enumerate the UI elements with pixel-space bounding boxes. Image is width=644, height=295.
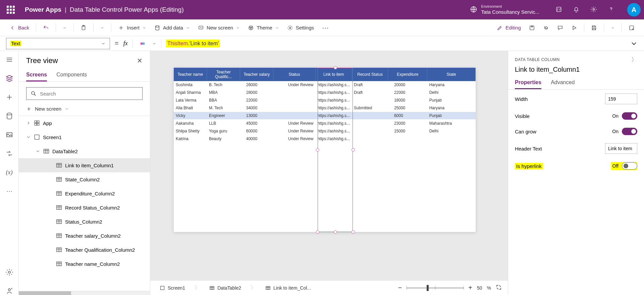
table-cell[interactable] [273, 104, 316, 112]
table-cell[interactable]: Yoga guru [207, 127, 240, 135]
zoom-out-icon[interactable]: − [398, 284, 402, 292]
play-button[interactable] [569, 23, 580, 32]
table-cell[interactable]: 45000 [240, 120, 273, 127]
tree-node-column[interactable]: Teacher Qualification_Column2 [19, 243, 150, 257]
table-cell[interactable] [273, 97, 316, 104]
table-cell[interactable]: Sushmita [174, 81, 207, 89]
variables-rail-icon[interactable]: (x) [5, 168, 13, 176]
gear-icon[interactable] [590, 6, 597, 14]
new-screen-button[interactable]: New screen [19, 104, 150, 116]
add-data-button[interactable]: Add data [152, 23, 193, 32]
theme-button[interactable]: Theme [245, 23, 282, 32]
table-cell[interactable]: 40000 [240, 135, 273, 143]
breadcrumb-column[interactable]: Link to item_Col... [262, 284, 314, 292]
table-row[interactable]: KatrinaBeauty40000Under Reviewhttps://as… [174, 135, 476, 143]
undo-button[interactable] [40, 23, 52, 32]
table-cell[interactable]: https://ashishg.s... [315, 89, 352, 97]
more-button[interactable]: ⋯ [319, 22, 331, 33]
grow-toggle[interactable] [622, 128, 637, 135]
tree-node-app[interactable]: App [19, 116, 150, 130]
table-cell[interactable]: 22000 [240, 97, 273, 104]
paste-menu[interactable] [98, 24, 107, 31]
table-row[interactable]: Shilpa ShettyYoga guru60000Under Reviewh… [174, 127, 476, 135]
tree-node-datatable[interactable]: DataTable2 [19, 144, 150, 158]
breadcrumb-screen[interactable]: Screen1 [156, 284, 189, 292]
table-cell[interactable]: Vicky [174, 112, 207, 120]
table-cell[interactable]: Under Review [273, 120, 316, 127]
prop-header-input[interactable] [605, 143, 637, 154]
table-cell[interactable]: Anjali Sharma [174, 89, 207, 97]
table-cell[interactable]: 25000 [388, 104, 427, 112]
table-cell[interactable]: Under Review [273, 81, 316, 89]
copilot-header-icon[interactable] [555, 6, 562, 14]
comment-button[interactable] [554, 23, 566, 32]
table-cell[interactable]: Punjab [427, 112, 476, 120]
table-cell[interactable]: 15000 [388, 127, 427, 135]
copilot-dropdown[interactable] [152, 42, 156, 46]
table-row[interactable]: AakanshaLLB45000Under Reviewhttps://ashi… [174, 120, 476, 127]
table-cell[interactable]: 26000 [240, 81, 273, 89]
settings-button[interactable]: Settings [284, 23, 317, 32]
breadcrumb-datatable[interactable]: DataTable2 [206, 284, 245, 292]
editing-button[interactable]: Editing [494, 23, 524, 32]
formula-text[interactable]: ThisItem.'Link to item' [166, 40, 220, 47]
table-cell[interactable]: Submitted [352, 104, 388, 112]
tree-node-column[interactable]: Status_Column2 [19, 215, 150, 229]
table-cell[interactable]: https://ashishg.s... [315, 127, 352, 135]
table-header[interactable]: State [427, 68, 476, 81]
table-cell[interactable] [352, 127, 388, 135]
table-cell[interactable]: 6000 [388, 112, 427, 120]
table-cell[interactable]: https://ashishg.s... [315, 112, 352, 120]
tree-node-column[interactable]: Link to item_Column1 [19, 158, 150, 172]
environment-picker[interactable]: Environment Tata Consultancy Servic... [470, 4, 539, 15]
more-rail-icon[interactable]: ⋯ [5, 187, 13, 195]
close-icon[interactable]: ✕ [137, 57, 143, 65]
table-cell[interactable]: Under Review [273, 135, 316, 143]
visible-toggle[interactable] [622, 112, 637, 120]
table-cell[interactable]: Maharashtra [427, 120, 476, 127]
table-cell[interactable] [352, 97, 388, 104]
tab-screens[interactable]: Screens [26, 69, 47, 81]
table-cell[interactable]: Shilpa Shetty [174, 127, 207, 135]
settings-rail-icon[interactable] [5, 268, 13, 276]
table-cell[interactable]: Delhi [427, 89, 476, 97]
tree-node-column[interactable]: Teacher salary_Column2 [19, 229, 150, 243]
table-cell[interactable] [352, 135, 388, 143]
waffle-icon[interactable] [6, 5, 15, 14]
tree-node-column[interactable]: Record Status_Column2 [19, 200, 150, 215]
copilot-icon[interactable] [140, 41, 146, 47]
tab-advanced[interactable]: Advanced [551, 77, 575, 89]
back-button[interactable]: Back [7, 23, 32, 32]
table-cell[interactable] [352, 112, 388, 120]
formula-input[interactable] [225, 38, 623, 49]
table-cell[interactable] [273, 112, 316, 120]
search-box[interactable] [26, 87, 143, 100]
table-cell[interactable]: https://ashishg.s... [315, 104, 352, 112]
undo-menu[interactable] [60, 24, 69, 31]
zoom-in-icon[interactable]: + [468, 284, 472, 292]
table-header[interactable]: Teacher salary [240, 68, 273, 81]
table-row[interactable]: SushmitaB. Tech26000Under Reviewhttps://… [174, 81, 476, 89]
table-cell[interactable]: Draft [352, 81, 388, 89]
fullscreen-icon[interactable] [496, 284, 502, 291]
insert-button[interactable]: Insert [115, 23, 149, 32]
bell-icon[interactable] [573, 6, 580, 14]
table-cell[interactable]: 23000 [388, 120, 427, 127]
tree-node-screen[interactable]: Screen1 [19, 130, 150, 144]
save-button[interactable] [588, 23, 600, 32]
table-cell[interactable]: 18000 [388, 97, 427, 104]
tree-node-column[interactable]: Teacher name_Column2 [19, 257, 150, 271]
table-cell[interactable]: Under Review [273, 127, 316, 135]
table-header[interactable]: Record Status [352, 68, 388, 81]
avatar[interactable]: A [627, 3, 641, 16]
table-cell[interactable]: Engineer [207, 112, 240, 120]
table-cell[interactable]: https://ashishg.s... [315, 120, 352, 127]
table-cell[interactable]: Alia Bhatt [174, 104, 207, 112]
search-input[interactable] [40, 91, 138, 97]
publish-button[interactable] [626, 23, 637, 32]
table-cell[interactable]: 20000 [388, 81, 427, 89]
table-cell[interactable] [352, 120, 388, 127]
chevron-right-icon[interactable]: 〉 [631, 56, 638, 64]
table-header[interactable]: Expenditure [388, 68, 427, 81]
table-cell[interactable]: B. Tech [207, 81, 240, 89]
